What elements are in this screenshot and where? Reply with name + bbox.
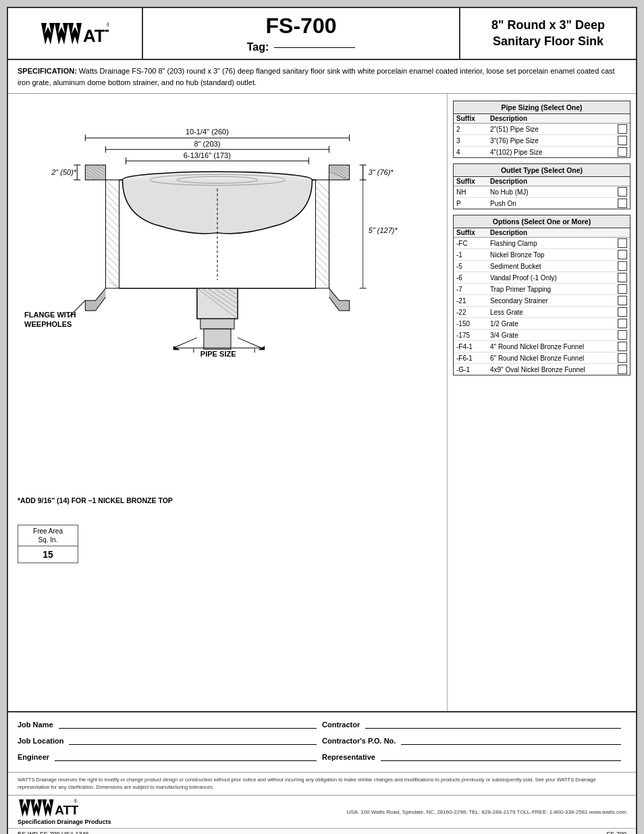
- row-suffix: -F6-1: [456, 355, 490, 362]
- contractor-po-group: Contractor's P.O. No.: [322, 734, 626, 745]
- row-desc: Push On: [490, 200, 618, 207]
- svg-line-39: [105, 207, 119, 221]
- row-suffix: -G-1: [456, 366, 490, 373]
- checkbox[interactable]: [618, 261, 627, 271]
- representative-line[interactable]: [381, 750, 621, 761]
- pipe-sizing-table: Pipe Sizing (Select One) Suffix Descript…: [453, 101, 630, 158]
- option-row-6: -6 Vandal Proof (-1 Only): [454, 272, 630, 284]
- row-suffix: -22: [456, 309, 490, 316]
- checkbox[interactable]: [618, 147, 627, 157]
- row-suffix: P: [456, 200, 490, 207]
- svg-text:®: ®: [107, 22, 109, 28]
- suffix-col-label: Suffix: [456, 229, 490, 236]
- svg-line-53: [315, 186, 329, 200]
- diagram-section: 10-1/4" (260) 8" (203) 6-13/16" (173): [8, 94, 447, 711]
- svg-line-38: [105, 200, 119, 213]
- outlet-type-header: Outlet Type (Select One): [454, 164, 630, 177]
- svg-line-56: [315, 207, 329, 221]
- form-row-jobname: Job Name Contractor: [18, 718, 626, 729]
- contractor-group: Contractor: [322, 718, 626, 729]
- checkbox[interactable]: [618, 342, 627, 351]
- checkbox[interactable]: [618, 307, 627, 317]
- svg-line-65: [315, 268, 329, 282]
- svg-line-45: [105, 248, 119, 261]
- svg-marker-2: [68, 23, 82, 45]
- row-desc: 4" Round Nickel Bronze Funnel: [490, 343, 618, 350]
- checkbox[interactable]: [618, 250, 627, 259]
- pipe-sizing-row-3: 3 3"(76) Pipe Size: [454, 135, 630, 147]
- row-suffix: -5: [456, 263, 490, 270]
- row-suffix: -1: [456, 251, 490, 259]
- row-desc: 4x9" Oval Nickel Bronze Funnel: [490, 366, 618, 373]
- row-desc: 2"(51) Pipe Size: [490, 126, 618, 133]
- contractor-po-line[interactable]: [401, 734, 621, 745]
- svg-text:ATTS: ATTS: [83, 26, 109, 46]
- job-name-group: Job Name: [18, 718, 322, 729]
- row-desc: 6" Round Nickel Bronze Funnel: [490, 355, 618, 362]
- footer-logo-section: ATTS ® Specification Drainage Products: [18, 798, 111, 825]
- checkbox[interactable]: [618, 136, 627, 145]
- row-suffix: -FC: [456, 240, 490, 247]
- row-desc: 3/4 Grate: [490, 332, 618, 339]
- watts-logo-svg: ATTS ®: [41, 20, 109, 47]
- model-number: FS-700: [266, 14, 337, 38]
- footer-address: USA: 100 Watts Road, Spindale, NC, 28160…: [346, 809, 626, 815]
- job-name-line[interactable]: [59, 718, 317, 729]
- representative-label: Representative: [322, 753, 375, 761]
- svg-line-63: [315, 255, 329, 268]
- desc-col-label: Description: [490, 115, 627, 122]
- row-suffix: NH: [456, 188, 490, 196]
- svg-rect-81: [200, 319, 234, 329]
- contractor-line[interactable]: [365, 718, 621, 729]
- model-section: FS-700 Tag:: [143, 8, 460, 59]
- option-row-21: -21 Secondary Strainer: [454, 295, 630, 307]
- page: ATTS ® FS-700 Tag: 8" Round x 3" DeepSan…: [7, 7, 637, 834]
- tag-label: Tag:: [247, 41, 269, 53]
- svg-line-41: [105, 221, 119, 234]
- form-row-engineer: Engineer Representative: [18, 750, 626, 761]
- option-row-5: -5 Sediment Bucket: [454, 261, 630, 272]
- option-row-1: -1 Nickel Bronze Top: [454, 249, 630, 261]
- contractor-label: Contractor: [322, 721, 360, 729]
- row-suffix: 3: [456, 137, 490, 145]
- form-section: Job Name Contractor Job Location Contrac…: [8, 711, 636, 772]
- svg-line-35: [105, 180, 119, 193]
- representative-group: Representative: [322, 750, 626, 761]
- checkbox[interactable]: [618, 319, 627, 328]
- svg-line-43: [105, 234, 119, 248]
- checkbox[interactable]: [618, 187, 627, 197]
- checkbox[interactable]: [618, 353, 627, 363]
- checkbox[interactable]: [618, 273, 627, 282]
- option-row-g-1: -G-1 4x9" Oval Nickel Bronze Funnel: [454, 364, 630, 375]
- footer-watts-logo: ATTS ®: [18, 798, 78, 818]
- svg-line-48: [105, 268, 119, 282]
- spec-text: Watts Drainage FS-700 8" (203) round x 3…: [18, 67, 615, 86]
- desc-col-label: Description: [490, 229, 627, 236]
- checkbox[interactable]: [618, 365, 627, 374]
- checkbox[interactable]: [618, 124, 627, 134]
- svg-text:®: ®: [74, 799, 78, 804]
- svg-line-97: [173, 338, 197, 348]
- options-header: Options (Select One or More): [454, 215, 630, 228]
- svg-text:6-13/16" (173): 6-13/16" (173): [184, 151, 231, 159]
- checkbox[interactable]: [618, 330, 627, 340]
- pipe-sizing-row-4: 4 4"(102) Pipe Size: [454, 147, 630, 157]
- checkbox[interactable]: [618, 238, 627, 248]
- row-desc: Less Grate: [490, 309, 618, 316]
- checkbox[interactable]: [618, 199, 627, 208]
- svg-text:5" (127)*: 5" (127)*: [369, 226, 398, 234]
- row-desc: Flashing Clamp: [490, 240, 618, 247]
- svg-line-66: [315, 275, 329, 288]
- svg-line-55: [315, 200, 329, 213]
- job-location-line[interactable]: [69, 734, 317, 745]
- checkbox[interactable]: [618, 296, 627, 305]
- engineer-line[interactable]: [55, 750, 317, 761]
- watts-logo: ATTS ®: [41, 20, 109, 47]
- outlet-row-p: P Push On: [454, 198, 630, 209]
- row-desc: Nickel Bronze Top: [490, 251, 618, 259]
- checkbox[interactable]: [618, 284, 627, 294]
- free-area-value: 15: [18, 546, 78, 563]
- option-row-22: -22 Less Grate: [454, 307, 630, 318]
- part-number: ES-WD-FS-700 USA 1346: [18, 831, 89, 834]
- free-area-label: Free Area Sq. In.: [18, 525, 78, 546]
